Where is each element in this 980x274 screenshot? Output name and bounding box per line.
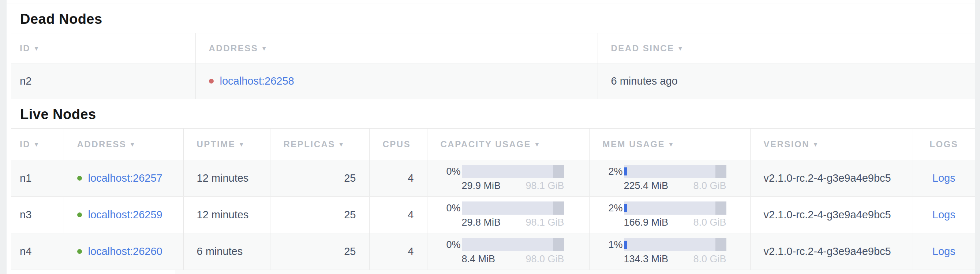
logs-cell: Logs (913, 197, 975, 233)
mem-usage-widget: 1% 134.3 MiB 8.0 GiB (590, 238, 750, 265)
version-cell: v2.1.0-rc.2-4-g3e9a4e9bc5 (750, 160, 913, 197)
column-header-replicas[interactable]: REPLICAS▼ (270, 129, 369, 160)
live-status-dot-icon (77, 176, 82, 181)
capacity-usage-widget: 0% 29.8 MiB 98.1 GiB (428, 201, 589, 228)
logs-link[interactable]: Logs (932, 209, 956, 220)
column-header-address[interactable]: ADDRESS▼ (64, 129, 183, 160)
table-row: n4 localhost:26260 6 minutes 25 4 0% (11, 233, 975, 270)
sort-arrow-icon: ▼ (129, 141, 136, 148)
mem-usage-cell: 2% 225.4 MiB 8.0 GiB (589, 160, 750, 197)
column-header-version[interactable]: VERSION▼ (750, 129, 913, 160)
cpus-cell: 4 (369, 233, 427, 270)
replicas-cell: 25 (270, 160, 369, 197)
sort-arrow-icon: ▼ (261, 45, 268, 52)
dead-column-header-address[interactable]: ADDRESS▼ (196, 33, 598, 64)
uptime-cell: 12 minutes (183, 197, 270, 233)
usage-bar-fill (624, 204, 627, 212)
column-header-mem-usage[interactable]: MEM USAGE▼ (589, 129, 750, 160)
page-top-divider (6, 0, 975, 4)
usage-used-value: 225.4 MiB (624, 180, 668, 191)
dead-since-cell: 6 minutes ago (598, 64, 975, 99)
node-address-cell: localhost:26259 (64, 197, 183, 233)
usage-percent-label: 2% (601, 166, 624, 177)
mem-usage-cell: 2% 166.9 MiB 8.0 GiB (589, 197, 750, 233)
live-nodes-table: ID▼ ADDRESS▼ UPTIME▼ REPLICAS▼ CPUS CAPA… (11, 128, 975, 270)
usage-bar-cap (553, 201, 564, 215)
usage-used-value: 134.3 MiB (624, 253, 668, 265)
column-header-logs: LOGS (913, 129, 975, 160)
node-id-cell: n3 (11, 197, 64, 233)
usage-bar-cap (716, 201, 726, 215)
mem-usage-cell: 1% 134.3 MiB 8.0 GiB (589, 233, 750, 270)
column-header-id[interactable]: ID▼ (11, 129, 64, 160)
column-header-capacity-usage[interactable]: CAPACITY USAGE▼ (427, 129, 589, 160)
replicas-cell: 25 (270, 233, 369, 270)
uptime-cell: 6 minutes (183, 233, 270, 270)
usage-bar (462, 238, 564, 251)
usage-total-value: 8.0 GiB (693, 253, 726, 265)
usage-percent-label: 0% (439, 239, 462, 250)
table-row: n1 localhost:26257 12 minutes 25 4 0% (11, 160, 975, 197)
node-address-link[interactable]: localhost:26258 (220, 75, 294, 87)
nodes-page: Dead Nodes ID▼ ADDRESS▼ DEAD SINCE▼ n2 l… (6, 0, 975, 274)
sort-arrow-icon: ▼ (668, 141, 675, 148)
logs-cell: Logs (913, 233, 975, 270)
sort-arrow-icon: ▼ (534, 141, 541, 148)
live-status-dot-icon (77, 212, 82, 217)
uptime-cell: 12 minutes (183, 160, 270, 197)
usage-bar (624, 238, 726, 251)
node-id-cell: n4 (11, 233, 64, 270)
dead-nodes-title: Dead Nodes (6, 4, 975, 33)
node-address-link[interactable]: localhost:26259 (88, 209, 162, 220)
sort-arrow-icon: ▼ (238, 141, 245, 148)
dead-column-header-id[interactable]: ID▼ (11, 33, 196, 64)
usage-bar-fill (624, 167, 627, 175)
live-table-header-row: ID▼ ADDRESS▼ UPTIME▼ REPLICAS▼ CPUS CAPA… (11, 129, 975, 160)
usage-percent-label: 0% (439, 202, 462, 214)
mem-usage-widget: 2% 166.9 MiB 8.0 GiB (590, 201, 750, 228)
usage-bar (624, 165, 726, 178)
sort-arrow-icon: ▼ (338, 141, 345, 148)
live-nodes-title: Live Nodes (6, 99, 975, 128)
sort-arrow-icon: ▼ (677, 45, 684, 52)
usage-percent-label: 0% (439, 166, 462, 177)
usage-total-value: 98.0 GiB (525, 253, 564, 265)
usage-percent-label: 1% (601, 239, 624, 250)
capacity-usage-widget: 0% 29.9 MiB 98.1 GiB (428, 165, 589, 191)
node-address-cell: localhost:26257 (64, 160, 183, 197)
dead-column-header-dead-since[interactable]: DEAD SINCE▼ (598, 33, 975, 64)
version-cell: v2.1.0-rc.2-4-g3e9a4e9bc5 (750, 197, 913, 233)
capacity-usage-cell: 0% 29.8 MiB 98.1 GiB (427, 197, 589, 233)
capacity-usage-widget: 0% 8.4 MiB 98.0 GiB (428, 238, 589, 265)
usage-bar-fill (624, 241, 627, 249)
node-id-cell: n1 (11, 160, 64, 197)
cpus-cell: 4 (369, 197, 427, 233)
usage-total-value: 98.1 GiB (525, 180, 564, 191)
sort-arrow-icon: ▼ (33, 45, 40, 52)
sort-arrow-icon: ▼ (812, 141, 819, 148)
page-bottom-strip (6, 270, 975, 274)
logs-link[interactable]: Logs (932, 245, 956, 257)
table-row: n3 localhost:26259 12 minutes 25 4 0% (11, 197, 975, 233)
live-status-dot-icon (77, 249, 82, 254)
usage-total-value: 8.0 GiB (693, 217, 726, 228)
logs-link[interactable]: Logs (932, 172, 956, 184)
usage-bar-cap (553, 165, 564, 178)
column-header-cpus: CPUS (369, 129, 427, 160)
node-address-link[interactable]: localhost:26260 (88, 245, 162, 257)
dead-status-dot-icon (209, 79, 214, 83)
usage-used-value: 166.9 MiB (624, 217, 668, 228)
usage-bar (624, 201, 726, 215)
version-cell: v2.1.0-rc.2-4-g3e9a4e9bc5 (750, 233, 913, 270)
usage-used-value: 8.4 MiB (462, 253, 495, 265)
usage-bar-cap (716, 238, 726, 251)
usage-bar (462, 165, 564, 178)
replicas-cell: 25 (270, 197, 369, 233)
node-id-cell: n2 (11, 64, 196, 99)
node-address-link[interactable]: localhost:26257 (88, 172, 162, 184)
usage-total-value: 8.0 GiB (693, 180, 726, 191)
cpus-cell: 4 (369, 160, 427, 197)
node-address-cell: localhost:26258 (196, 64, 598, 99)
column-header-uptime[interactable]: UPTIME▼ (183, 129, 270, 160)
logs-cell: Logs (913, 160, 975, 197)
